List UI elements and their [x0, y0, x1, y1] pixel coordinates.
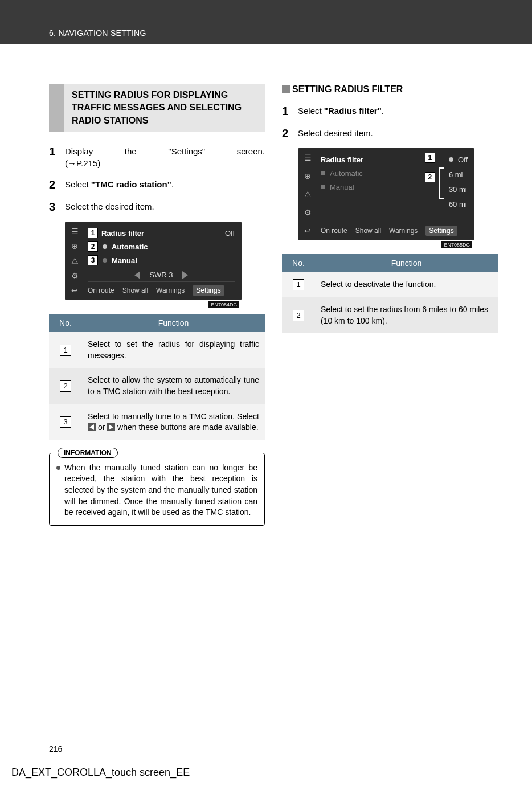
header-bar: 6. NAVIGATION SETTING [0, 0, 532, 44]
row-3-c: when these buttons are made available. [115, 423, 258, 432]
gear-icon: ⚙ [301, 206, 314, 219]
next-station-icon [182, 271, 188, 279]
tab-settings: Settings [193, 285, 224, 296]
compass-icon: ⊕ [68, 240, 81, 252]
list-icon: ☰ [301, 152, 314, 164]
callout-2: 2 [88, 241, 98, 252]
step-2-pre: Select [65, 179, 91, 189]
radius-filter-label: Radius filter [321, 155, 363, 164]
warning-icon: ⚠ [68, 255, 81, 267]
automatic-label: Automatic [112, 243, 148, 251]
option-off: Off [458, 155, 468, 164]
information-label: INFORMATION [58, 448, 118, 458]
table-row: 2 Select to allow the system to automati… [49, 368, 265, 404]
step-1-line1: Display the "Settings" screen. [65, 145, 265, 157]
step-2-post: . [171, 179, 174, 189]
tab-warnings: Warnings [389, 227, 418, 235]
row-number-2: 2 [293, 310, 304, 321]
screenshot-ref: EN7084DC [208, 301, 239, 308]
page-content: SETTING RADIUS FOR DISPLAYING TRAFFIC ME… [0, 44, 532, 526]
function-table-left: No. Function 1 Select to set the radius … [49, 314, 265, 440]
gear-icon: ⚙ [68, 269, 81, 282]
radius-filter-value: Off [225, 229, 235, 238]
step-number: 1 [282, 105, 298, 118]
row-3-text: Select to manually tune to a TMC station… [82, 404, 265, 440]
table-row: 3 Select to manually tune to a TMC stati… [49, 404, 265, 440]
table-row: 1 Select to deactivate the function. [282, 272, 498, 297]
row-1-text: Select to set the radius for displaying … [82, 332, 265, 368]
prev-station-icon [134, 271, 140, 279]
screenshot-radius-filter: ☰ ⊕ ⚠ ⚙ ↩ Radius filter Automatic Manual… [298, 148, 474, 240]
tab-on-route: On route [321, 227, 347, 235]
automatic-label-dim: Automatic [330, 169, 363, 178]
table-header-no: No. [282, 254, 315, 272]
step-text: Display the "Settings" screen. (→P.215) [65, 145, 265, 169]
square-bullet-icon [282, 85, 290, 93]
screenshot-ref: EN7085DC [441, 241, 472, 248]
sub-heading: SETTING RADIUS FILTER [282, 84, 498, 95]
callout-bracket [439, 167, 444, 199]
page-number: 216 [49, 744, 62, 754]
station-name: SWR 3 [149, 271, 173, 279]
radio-dot-icon [449, 157, 453, 162]
section-heading-title: SETTING RADIUS FOR DISPLAYING TRAFFIC ME… [64, 84, 265, 132]
option-60mi: 60 mi [449, 200, 467, 208]
row-3-a: Select to manually tune to a TMC station… [88, 412, 259, 421]
step-number: 3 [49, 200, 65, 214]
tab-settings: Settings [425, 226, 457, 236]
step-1: 1 Display the "Settings" screen. (→P.215… [49, 145, 265, 169]
option-30mi: 30 mi [449, 185, 467, 194]
step-number: 2 [49, 178, 65, 191]
row-2-text: Select to allow the system to automatica… [82, 368, 265, 404]
tab-show-all: Show all [355, 227, 381, 235]
step-text: Select the desired item. [65, 200, 265, 212]
section-heading-bar [49, 84, 64, 132]
table-header-no: No. [49, 314, 82, 332]
section-heading: SETTING RADIUS FOR DISPLAYING TRAFFIC ME… [49, 84, 265, 132]
sub-heading-title: SETTING RADIUS FILTER [292, 84, 403, 95]
step-1-post: . [382, 106, 384, 116]
tab-on-route: On route [88, 286, 114, 294]
radio-dot-icon [321, 171, 325, 175]
screenshot-side-icons: ☰ ⊕ ⚠ ⚙ ↩ [301, 152, 316, 237]
information-item: When the manually tuned station can no l… [56, 462, 257, 518]
next-icon [107, 423, 115, 431]
step-text: Select desired item. [298, 127, 498, 139]
option-6mi: 6 mi [449, 170, 463, 179]
step-1-ref: (→P.215) [65, 158, 100, 168]
back-icon: ↩ [301, 224, 314, 237]
left-column: SETTING RADIUS FOR DISPLAYING TRAFFIC ME… [49, 84, 265, 526]
step-3: 3 Select the desired item. [49, 200, 265, 214]
callout-2: 2 [425, 172, 435, 182]
step-2: 2 Select "TMC radio station". [49, 178, 265, 191]
back-icon: ↩ [68, 284, 81, 297]
step-1: 1 Select "Radius filter". [282, 105, 498, 118]
step-2-bold: "TMC radio station" [91, 179, 171, 189]
callout-3: 3 [88, 255, 98, 265]
table-header-function: Function [315, 254, 498, 272]
warning-icon: ⚠ [301, 188, 314, 200]
row-number-2: 2 [60, 380, 71, 392]
information-box: INFORMATION When the manually tuned stat… [49, 453, 265, 526]
row-number-1: 1 [293, 279, 304, 290]
compass-icon: ⊕ [301, 170, 314, 182]
prev-icon [88, 423, 96, 431]
radio-dot-icon [103, 258, 107, 263]
screenshot-tmc-station: ☰ ⊕ ⚠ ⚙ ↩ 1 Radius filter Off 2 Automati [65, 222, 242, 300]
screenshot-side-icons: ☰ ⊕ ⚠ ⚙ ↩ [68, 225, 83, 297]
callout-1: 1 [88, 228, 98, 238]
manual-label-dim: Manual [330, 183, 354, 191]
callout-1: 1 [425, 153, 435, 163]
list-icon: ☰ [68, 225, 81, 238]
row-number-1: 1 [60, 345, 71, 356]
step-number: 2 [282, 127, 298, 140]
row-number-3: 3 [60, 416, 71, 428]
step-1-bold: "Radius filter" [324, 106, 382, 116]
table-header-function: Function [82, 314, 265, 332]
step-1-pre: Select [298, 106, 324, 116]
step-text: Select "TMC radio station". [65, 178, 265, 190]
table-row: 2 Select to set the radius from 6 miles … [282, 297, 498, 333]
tab-show-all: Show all [122, 286, 148, 294]
step-number: 1 [49, 145, 65, 158]
manual-label: Manual [112, 256, 137, 265]
